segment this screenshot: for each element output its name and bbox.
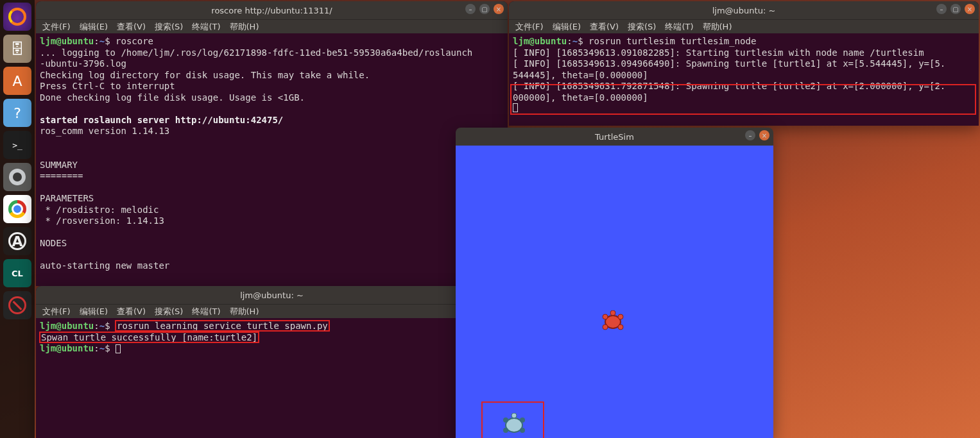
menu-help[interactable]: 帮助(H)	[230, 21, 259, 33]
menu-edit[interactable]: 编辑(E)	[80, 306, 108, 317]
cmd: rosrun learning_service turtle_spawn.py	[116, 321, 329, 331]
menu-edit[interactable]: 编辑(E)	[553, 21, 581, 33]
line: [ INFO] [1685349613.094966490]: Spawning…	[513, 58, 945, 69]
line: started roslaunch server http://ubuntu:4…	[40, 115, 283, 125]
highlight-box	[481, 401, 544, 438]
titlebar[interactable]: ljm@ubuntu: ~ – ▢ ×	[509, 1, 979, 19]
line: * /rosdistro: melodic	[40, 205, 159, 215]
menu-file[interactable]: 文件(F)	[515, 21, 544, 33]
menu-view[interactable]: 查看(V)	[117, 306, 146, 317]
svg-point-1	[603, 314, 608, 319]
prompt-user: ljm@ubuntu	[40, 321, 94, 331]
app-help-icon[interactable]: ?	[3, 99, 31, 127]
prompt-suffix: $	[105, 36, 116, 46]
menu-terminal[interactable]: 终端(T)	[665, 21, 693, 33]
line: PARAMETERS	[40, 193, 94, 203]
prompt-user: ljm@ubuntu	[40, 36, 94, 46]
menu-search[interactable]: 搜索(S)	[155, 21, 183, 33]
cmd: rosrun turtlesim turtlesim_node	[589, 36, 756, 46]
window-title: ljm@ubuntu: ~	[712, 6, 776, 15]
terminal-output[interactable]: ljm@ubuntu:~$ rosrun turtlesim turtlesim…	[509, 33, 979, 117]
line: NODES	[40, 238, 67, 248]
line: Done checking log file disk usage. Usage…	[40, 92, 305, 103]
svg-point-7	[503, 417, 508, 423]
prompt-user: ljm@ubuntu	[513, 36, 567, 46]
svg-point-9	[503, 428, 508, 433]
app-settings-icon[interactable]	[3, 163, 31, 191]
maximize-icon[interactable]: ▢	[950, 4, 961, 14]
line: 000000], theta=[0.000000]	[513, 92, 648, 103]
close-icon[interactable]: ×	[759, 130, 769, 140]
prompt-path: ~	[99, 343, 105, 353]
menu-file[interactable]: 文件(F)	[42, 21, 71, 33]
line: ... logging to /home/ljm/.ros/log/621718…	[40, 47, 472, 58]
turtle1-icon	[600, 310, 626, 333]
minimize-icon[interactable]: –	[936, 4, 947, 14]
titlebar[interactable]: ljm@ubuntu: ~	[36, 286, 508, 304]
app-firefox-icon[interactable]	[3, 3, 31, 31]
prompt-suffix: $	[105, 321, 116, 331]
terminal-roscore-window[interactable]: roscore http://ubuntu:11311/ – ▢ × 文件(F)…	[36, 1, 508, 286]
app-terminal-icon[interactable]: >_	[3, 131, 31, 159]
turtlesim-canvas[interactable]	[456, 146, 773, 438]
close-icon[interactable]: ×	[494, 4, 504, 14]
app-software-icon[interactable]: A	[3, 67, 31, 95]
svg-point-2	[618, 314, 623, 319]
line: Press Ctrl-C to interrupt	[40, 81, 175, 91]
turtle2-icon	[501, 413, 528, 437]
line: Checking log directory for disk usage. T…	[40, 70, 370, 80]
terminal-output[interactable]: ljm@ubuntu:~$ rosrun learning_service tu…	[36, 318, 508, 357]
menu-file[interactable]: 文件(F)	[42, 306, 71, 317]
titlebar[interactable]: TurtleSim – ×	[456, 128, 773, 146]
menu-help[interactable]: 帮助(H)	[703, 21, 732, 33]
prompt-path: ~	[572, 36, 578, 46]
line: ========	[40, 171, 83, 181]
prompt-path: ~	[99, 36, 105, 46]
line: -ubuntu-3796.log	[40, 58, 126, 69]
terminal-spawn-window[interactable]: ljm@ubuntu: ~ 文件(F) 编辑(E) 查看(V) 搜索(S) 终端…	[36, 286, 508, 438]
close-icon[interactable]: ×	[965, 4, 975, 14]
prompt-suffix: $	[578, 36, 589, 46]
line: SUMMARY	[40, 160, 78, 170]
cmd: roscore	[116, 36, 153, 46]
menu-search[interactable]: 搜索(S)	[628, 21, 656, 33]
launcher-dock: 🗄 A ? >_ A CL	[0, 0, 35, 438]
minimize-icon[interactable]: –	[745, 130, 755, 140]
minimize-icon[interactable]: –	[465, 4, 476, 14]
turtlesim-window[interactable]: TurtleSim – ×	[456, 128, 773, 438]
menubar: 文件(F) 编辑(E) 查看(V) 搜索(S) 终端(T) 帮助(H)	[36, 304, 508, 318]
app-clion-icon[interactable]: CL	[3, 259, 31, 287]
window-title: roscore http://ubuntu:11311/	[211, 6, 332, 15]
cursor-icon	[513, 103, 518, 112]
terminal-rosrun-window[interactable]: ljm@ubuntu: ~ – ▢ × 文件(F) 编辑(E) 查看(V) 搜索…	[509, 1, 979, 126]
svg-point-4	[618, 324, 623, 330]
menu-edit[interactable]: 编辑(E)	[80, 21, 108, 33]
menubar: 文件(F) 编辑(E) 查看(V) 搜索(S) 终端(T) 帮助(H)	[36, 19, 508, 33]
desktop: 🗄 A ? >_ A CL roscore http://ubuntu:1131…	[0, 0, 980, 438]
maximize-icon[interactable]: ▢	[479, 4, 490, 14]
cursor-icon	[116, 344, 121, 353]
titlebar[interactable]: roscore http://ubuntu:11311/ – ▢ ×	[36, 1, 508, 19]
menu-help[interactable]: 帮助(H)	[230, 306, 259, 317]
prompt-user: ljm@ubuntu	[40, 343, 94, 353]
menu-search[interactable]: 搜索(S)	[155, 306, 183, 317]
app-files-icon[interactable]: 🗄	[3, 35, 31, 63]
svg-point-8	[520, 417, 525, 423]
line: auto-starting new master	[40, 260, 169, 271]
terminal-output[interactable]: ljm@ubuntu:~$ roscore ... logging to /ho…	[36, 33, 508, 274]
menu-view[interactable]: 查看(V)	[117, 21, 146, 33]
app-chrome-icon[interactable]	[3, 195, 31, 223]
svg-point-3	[603, 324, 608, 330]
app-updater-icon[interactable]: A	[3, 227, 31, 255]
line: [ INFO] [1685349613.091082285]: Starting…	[513, 47, 924, 58]
line: [ INFO] [1685349631.792871548]: Spawning…	[513, 81, 945, 91]
svg-point-10	[520, 428, 525, 433]
menu-view[interactable]: 查看(V)	[590, 21, 619, 33]
menu-terminal[interactable]: 终端(T)	[192, 306, 220, 317]
line: 544445], theta=[0.000000]	[513, 70, 648, 80]
prompt-suffix: $	[105, 343, 116, 353]
line: * /rosversion: 1.14.13	[40, 215, 164, 226]
menu-terminal[interactable]: 终端(T)	[192, 21, 220, 33]
window-title: ljm@ubuntu: ~	[240, 291, 304, 300]
app-blocked-icon[interactable]	[3, 291, 31, 319]
